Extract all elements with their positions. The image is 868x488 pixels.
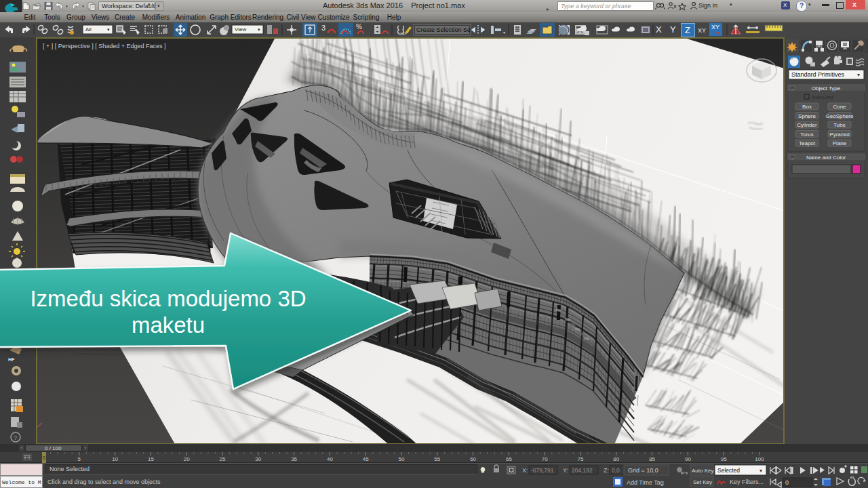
svg-text:45: 45 [363,456,369,462]
svg-text:Cone: Cone [833,104,846,110]
svg-text:75: 75 [578,456,584,462]
svg-text:15: 15 [148,456,154,462]
svg-text:Z:: Z: [604,467,609,474]
svg-text:Set Key: Set Key [693,479,712,485]
svg-text:Key Filters...: Key Filters... [730,479,764,485]
svg-text:▾: ▾ [503,30,505,35]
svg-text:0,0: 0,0 [612,467,620,474]
svg-text:Add Time Tag: Add Time Tag [627,479,664,486]
svg-text:Y:: Y: [563,467,568,474]
svg-text:50: 50 [399,456,405,462]
svg-text:Selected: Selected [717,467,740,474]
svg-text:60: 60 [470,456,476,462]
svg-text:%: % [356,23,362,30]
svg-text:Box: Box [802,104,812,110]
svg-text:5: 5 [78,456,81,462]
svg-text:90: 90 [685,456,691,462]
svg-text:GeoSphere: GeoSphere [826,113,854,119]
svg-text:▾: ▾ [258,27,260,32]
svg-text:Create Selection Se: Create Selection Se [416,26,471,33]
svg-text:25: 25 [220,456,226,462]
svg-text:X:: X: [522,467,528,474]
svg-text:Cylinder: Cylinder [797,122,817,128]
svg-text:Grid = 10,0: Grid = 10,0 [628,467,658,474]
svg-text:▾: ▾ [107,27,110,32]
svg-text:80: 80 [613,456,619,462]
svg-text:All: All [85,26,92,33]
svg-text:40: 40 [327,456,333,462]
svg-text:35: 35 [291,456,297,462]
svg-text:30: 30 [255,456,261,462]
svg-text:Torus: Torus [800,131,814,138]
svg-text:Standard Primitives: Standard Primitives [791,71,845,78]
svg-text:95: 95 [721,456,727,462]
svg-text:View: View [235,26,246,33]
svg-text:[ + ] [ Perspective ] [ Shaded: [ + ] [ Perspective ] [ Shaded + Edged F… [43,43,166,49]
svg-text:100: 100 [755,456,764,462]
svg-text:65: 65 [506,456,512,462]
svg-text:-679,791: -679,791 [531,467,554,474]
svg-text:85: 85 [649,456,655,462]
svg-text:0: 0 [43,455,45,460]
svg-text:Auto Key: Auto Key [692,468,713,474]
svg-text:Plane: Plane [833,140,847,146]
svg-text:204,192: 204,192 [572,467,593,474]
svg-text:70: 70 [542,456,548,462]
svg-text:Teapot: Teapot [799,140,816,146]
svg-text:Name and Color: Name and Color [806,155,846,161]
svg-text:▾: ▾ [760,468,762,474]
svg-text:3: 3 [321,24,326,32]
svg-text:0: 0 [785,479,789,486]
svg-text:10: 10 [112,456,118,462]
svg-text:Pyramid: Pyramid [829,131,849,138]
svg-text:AutoGrid: AutoGrid [812,94,833,100]
svg-text:Object Type: Object Type [812,85,841,92]
svg-text:55: 55 [434,456,440,462]
svg-text:20: 20 [184,456,190,462]
svg-text:Tube: Tube [833,122,846,128]
svg-text:ABC: ABC [399,32,406,36]
svg-text:?: ? [14,434,17,441]
svg-text:HF: HF [8,357,15,362]
svg-text:▾: ▾ [857,72,860,78]
svg-text:Sphere: Sphere [798,113,816,119]
